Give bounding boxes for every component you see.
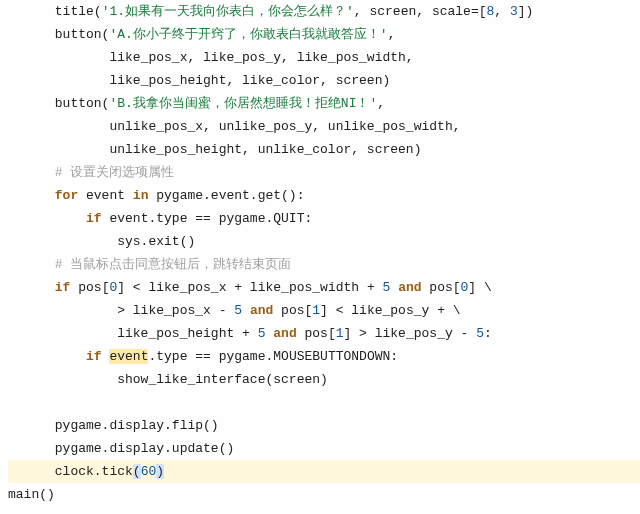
string-button-b: 'B.我拿你当闺蜜，你居然想睡我！拒绝NI！' (109, 96, 377, 111)
highlight-event: event (109, 349, 148, 364)
call-title: title (55, 4, 94, 19)
kw-if-mouse: if (86, 349, 102, 364)
call-update: pygame.display.update() (55, 441, 234, 456)
kw-if-pos: if (55, 280, 71, 295)
string-button-a: 'A.你小子终于开窍了，你敢表白我就敢答应！' (109, 27, 387, 42)
call-sys-exit: sys.exit() (117, 234, 195, 249)
code-editor[interactable]: title('1.如果有一天我向你表白，你会怎么样？', screen, sca… (0, 0, 640, 506)
like-args-line2: like_pos_height, like_color, screen) (109, 73, 390, 88)
call-clock-tick: clock.tick (55, 464, 133, 479)
call-button-b: button( (55, 96, 110, 111)
highlight-paren-close: ) (156, 464, 164, 479)
kw-for: for (55, 188, 78, 203)
comment-close-option: # 设置关闭选项属性 (55, 165, 175, 180)
string-title: '1.如果有一天我向你表白，你会怎么样？' (102, 4, 354, 19)
unlike-args-line1: unlike_pos_x, unlike_pos_y, unlike_pos_w… (109, 119, 460, 134)
comment-click-jump: # 当鼠标点击同意按钮后，跳转结束页面 (55, 257, 292, 272)
unlike-args-line2: unlike_pos_height, unlike_color, screen) (109, 142, 421, 157)
call-flip: pygame.display.flip() (55, 418, 219, 433)
highlight-paren-open: ( (133, 464, 141, 479)
kw-if-quit: if (86, 211, 102, 226)
current-line: clock.tick(60) (8, 460, 640, 483)
call-main: main() (8, 487, 55, 502)
call-button-a: button( (55, 27, 110, 42)
kw-in: in (133, 188, 149, 203)
call-show-like: show_like_interface(screen) (117, 372, 328, 387)
like-args-line1: like_pos_x, like_pos_y, like_pos_width, (109, 50, 413, 65)
